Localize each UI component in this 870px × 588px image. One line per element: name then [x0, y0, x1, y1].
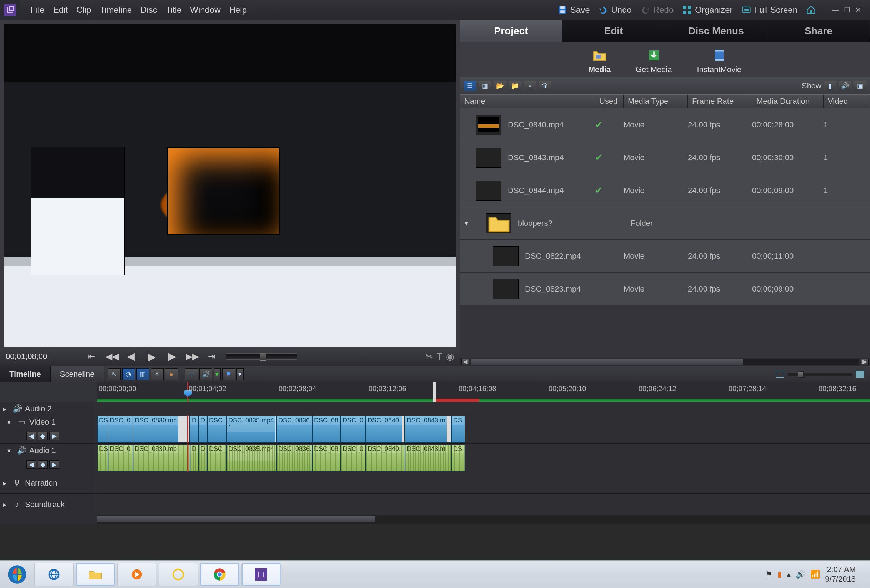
- new-folder-icon[interactable]: 📁: [509, 81, 521, 91]
- minimize-button[interactable]: —: [832, 6, 839, 13]
- media-row[interactable]: DSC_0844.mp4✔Movie24.00 fps00;00;09;001: [460, 174, 870, 207]
- taskbar-opera[interactable]: [159, 563, 198, 586]
- media-row[interactable]: DSC_0843.mp4✔Movie24.00 fps00;00;30;001: [460, 141, 870, 174]
- project-tab-project[interactable]: Project: [460, 20, 563, 42]
- col-dur[interactable]: Media Duration: [752, 95, 824, 108]
- next-edit-icon[interactable]: ▶: [49, 432, 59, 440]
- step-back-icon[interactable]: ◀|: [126, 352, 137, 361]
- chevron-down-icon[interactable]: ▾: [462, 219, 471, 228]
- delete-icon[interactable]: 🗑: [539, 81, 551, 91]
- video-clip[interactable]: DSC_0843.m: [405, 416, 451, 443]
- properties-tool-icon[interactable]: ☲: [185, 368, 198, 380]
- menu-title[interactable]: Title: [164, 5, 183, 15]
- video-clip[interactable]: DSC_0: [108, 416, 133, 443]
- next-edit-a-icon[interactable]: ▶: [49, 460, 59, 469]
- media-row[interactable]: DSC_0840.mp4✔Movie24.00 fps00;00;28;001: [460, 108, 870, 141]
- close-button[interactable]: ✕: [855, 6, 861, 13]
- col-usage[interactable]: Video Usage: [824, 95, 870, 108]
- media-row[interactable]: DSC_0822.mp4Movie24.00 fps00;00;11;00: [460, 240, 870, 273]
- freeze-frame-icon[interactable]: ◉: [446, 351, 454, 362]
- sceneline-tab[interactable]: Sceneline: [51, 367, 104, 382]
- fullscreen-button[interactable]: Full Screen: [742, 5, 797, 15]
- redo-button[interactable]: Redo: [641, 5, 673, 15]
- project-tab-disc-menus[interactable]: Disc Menus: [665, 20, 767, 42]
- program-monitor[interactable]: [4, 24, 456, 347]
- show-audio-icon[interactable]: 🔊: [839, 81, 851, 91]
- track-video1[interactable]: ▾▭ Video 1 ◀ ◆ ▶ DSDSC_0DSC_0830.mpDDDSC…: [0, 415, 870, 444]
- taskbar-chrome[interactable]: [200, 563, 239, 586]
- col-type[interactable]: Media Type: [624, 95, 688, 108]
- menu-clip[interactable]: Clip: [74, 5, 93, 15]
- menu-disc[interactable]: Disc: [138, 5, 159, 15]
- video-clip[interactable]: DSC_08: [312, 416, 341, 443]
- organizer-button[interactable]: Organizer: [682, 5, 733, 15]
- grid-view-icon[interactable]: ▦: [478, 81, 492, 91]
- audio-clip[interactable]: D: [198, 445, 207, 471]
- track-select-tool-icon[interactable]: ▥: [136, 368, 149, 380]
- audio-clip[interactable]: DSC_: [207, 445, 226, 471]
- selection-tool-icon[interactable]: ↖: [108, 368, 121, 380]
- audio-clip[interactable]: DSC_0840.: [366, 445, 405, 471]
- show-desktop-button[interactable]: [861, 563, 866, 586]
- taskbar-ie[interactable]: [34, 563, 74, 586]
- audio-clip[interactable]: DS: [97, 445, 108, 471]
- tray-network-icon[interactable]: 📶: [810, 570, 820, 579]
- folder-row[interactable]: ▾bloopers?Folder: [460, 207, 870, 240]
- audio-clip[interactable]: DSC_0: [341, 445, 366, 471]
- prev-edit-a-icon[interactable]: ◀: [27, 460, 36, 469]
- add-text-icon[interactable]: T: [437, 351, 442, 362]
- tray-volume-icon[interactable]: 🔊: [796, 570, 805, 579]
- video-clip[interactable]: DSC_0836.: [276, 416, 312, 443]
- list-view-icon[interactable]: ☰: [463, 81, 477, 91]
- video-clip[interactable]: DSC_0835.mp4 [: [226, 416, 276, 443]
- menu-window[interactable]: Window: [188, 5, 222, 15]
- taskbar-mediaplayer[interactable]: [117, 563, 156, 586]
- audio-clip[interactable]: DS: [451, 445, 465, 471]
- menu-help[interactable]: Help: [227, 5, 249, 15]
- project-tab-edit[interactable]: Edit: [563, 20, 665, 42]
- video-clip[interactable]: DSC_0: [341, 416, 366, 443]
- tray-orange-icon[interactable]: ▮: [778, 570, 782, 579]
- audio-clip[interactable]: DSC_08: [312, 445, 341, 471]
- rewind-icon[interactable]: ◀◀: [106, 352, 117, 361]
- prev-edit-icon[interactable]: ◀: [27, 432, 36, 440]
- shuttle-slider[interactable]: [226, 353, 297, 360]
- audio-menu-icon[interactable]: ▾: [214, 368, 221, 380]
- new-item-icon[interactable]: ▫: [524, 81, 536, 91]
- video-clip[interactable]: D: [198, 416, 207, 443]
- instantmovie-category[interactable]: InstantMovie: [697, 48, 742, 74]
- save-button[interactable]: Save: [557, 5, 590, 15]
- tray-clock[interactable]: 2:07 AM 9/7/2018: [825, 565, 856, 584]
- current-timecode[interactable]: 00;01;08;00: [6, 352, 77, 361]
- video-clip[interactable]: DSC_: [207, 416, 226, 443]
- set-poster-a-icon[interactable]: ◆: [38, 460, 48, 469]
- video-clip[interactable]: DS: [451, 416, 465, 443]
- audio-clip[interactable]: D: [190, 445, 198, 471]
- video-clip[interactable]: D: [190, 416, 198, 443]
- audio-clip[interactable]: DSC_0835.mp4 [: [226, 445, 276, 471]
- audio-clip[interactable]: DSC_0830.mp: [133, 445, 190, 471]
- goto-out-icon[interactable]: ⇥: [206, 352, 217, 361]
- project-hscroll[interactable]: ◀▶: [460, 358, 870, 366]
- col-name[interactable]: Name: [460, 95, 595, 108]
- show-video-icon[interactable]: ▮: [824, 81, 836, 91]
- timeline-hscroll[interactable]: [0, 515, 870, 524]
- set-poster-icon[interactable]: ◆: [38, 432, 48, 440]
- maximize-button[interactable]: ☐: [844, 6, 851, 13]
- video-clip[interactable]: DS: [97, 416, 108, 443]
- split-clip-icon[interactable]: ✂: [425, 351, 433, 362]
- cookie-tool-icon[interactable]: ●: [165, 368, 178, 380]
- marker-tool-icon[interactable]: ⚑: [222, 368, 235, 380]
- fast-forward-icon[interactable]: ▶▶: [186, 352, 197, 361]
- taskbar-premiere[interactable]: [241, 563, 281, 586]
- zoom-out-icon[interactable]: [776, 371, 784, 378]
- zoom-in-icon[interactable]: [856, 371, 864, 378]
- track-narration[interactable]: ▸🎙 Narration: [0, 472, 870, 494]
- media-category[interactable]: Media: [588, 48, 611, 74]
- timeline-tab[interactable]: Timeline: [0, 367, 51, 382]
- open-folder-icon[interactable]: 📂: [493, 81, 507, 91]
- track-audio2[interactable]: ▸🔊 Audio 2: [0, 402, 870, 415]
- smart-trim-tool-icon[interactable]: ✧: [151, 368, 164, 380]
- show-still-icon[interactable]: ▣: [854, 81, 866, 91]
- col-rate[interactable]: Frame Rate: [688, 95, 752, 108]
